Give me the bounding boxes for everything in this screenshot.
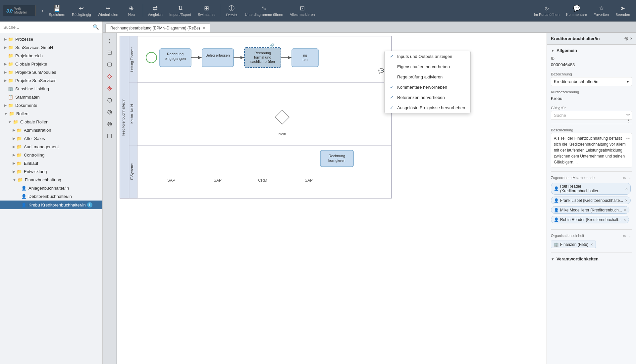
svg-text:Leitung Finanzen: Leitung Finanzen: [130, 47, 134, 72]
rect-tool[interactable]: [104, 131, 115, 141]
svg-rect-38: [292, 49, 318, 67]
circle-inner-tool[interactable]: [104, 107, 115, 117]
select-all-button[interactable]: ⊡ Alles markieren: [287, 3, 318, 18]
context-menu-item-referenzen[interactable]: ✓ Referenzen hervorheben: [385, 92, 470, 103]
import-export-icon: ⇅: [178, 5, 183, 12]
gueltig-search[interactable]: Suche: [551, 111, 632, 120]
sidebar-item-auditmanagement[interactable]: ▶ 📁 Auditmanagement: [0, 143, 102, 151]
redo-button[interactable]: ↪ Wiederholen: [94, 3, 122, 18]
details-button[interactable]: ⓘ Details: [222, 3, 241, 18]
svg-text:korrigieren: korrigieren: [328, 159, 345, 162]
end-button[interactable]: ➤ Beenden: [612, 3, 633, 18]
id-value: 0000046483: [551, 61, 632, 68]
undo-button[interactable]: ↩ Rückgängig: [69, 3, 94, 18]
message-tool[interactable]: [104, 119, 115, 129]
sidebar-item-rollen[interactable]: ▼ 📁 Rollen: [0, 110, 102, 118]
sidebar-item-globale-rollen[interactable]: ▼ 📁 Globale Rollen: [0, 118, 102, 126]
favorites-icon: ☆: [599, 5, 604, 12]
sidebar-item-projekte-sunmodules[interactable]: ▶ 📁 Projekte SunModules: [0, 68, 102, 76]
sidebar-item-controlling[interactable]: ▶ 📁 Controlling: [0, 151, 102, 159]
main-container: 🔍 ▶ 📁 Prozesse ▶ 📁 SunServices GmbH ▶ 📁 …: [0, 22, 636, 364]
sidebar-item-projektbereich[interactable]: ▶ 📁 Projektbereich: [0, 52, 102, 60]
sidebar-item-finanzbuchhaltung[interactable]: ▼ 📁 Finanzbuchhaltung: [0, 176, 102, 184]
org-tag-close[interactable]: ×: [590, 242, 593, 247]
sidebar-item-sunshine-holding[interactable]: ▶ 🏢 Sunshine Holding: [0, 85, 102, 93]
sidebar-item-sunservices[interactable]: ▶ 📁 SunServices GmbH: [0, 43, 102, 52]
open-subdiagram-button[interactable]: ⤡ Unterdiagramme öffnen: [241, 3, 286, 18]
gueltig-edit-icon[interactable]: ✏: [626, 112, 631, 117]
sidebar-item-after-sales[interactable]: ▶ 📁 After Sales: [0, 134, 102, 143]
sidebar-item-administration[interactable]: ▶ 📁 Administration: [0, 126, 102, 134]
details-icon: ⓘ: [229, 4, 235, 12]
context-menu-item-eigenschaften[interactable]: Eigenschaften hervorheben: [385, 62, 470, 72]
save-button[interactable]: 💾 Speichern: [45, 3, 69, 18]
sidebar-item-prozesse[interactable]: ▶ 📁 Prozesse: [0, 35, 102, 43]
open-portal-button[interactable]: ⎋ Im Portal öffnen: [531, 4, 563, 18]
sidebar-item-entwicklung[interactable]: ▶ 📁 Entwicklung: [0, 167, 102, 176]
sidebar-item-projekte-sunservices[interactable]: ▶ 📁 Projekte SunServices: [0, 76, 102, 85]
arrow-icon: ▶: [13, 169, 15, 174]
mitarbeiter-more-icon[interactable]: ⋮: [628, 176, 632, 181]
svg-text:Beleg erfassen: Beleg erfassen: [205, 53, 230, 57]
tab-close-icon[interactable]: ×: [203, 25, 205, 31]
svg-text:ng: ng: [303, 53, 307, 57]
section-verantwortlichkeiten[interactable]: ▼ Verantwortlichkeiten: [551, 256, 632, 261]
desc-edit-icon[interactable]: ✏: [626, 135, 630, 142]
search-icon[interactable]: 🔍: [93, 24, 99, 30]
svg-text:kreditorenbuchhalter/in: kreditorenbuchhalter/in: [121, 99, 125, 136]
svg-rect-20: [129, 82, 137, 145]
bezeichnung-value[interactable]: Kreditorenbuchhalter/in ▾: [551, 77, 632, 86]
svg-text:SAP: SAP: [167, 178, 175, 183]
sidebar-item-kreditorenbuchhalter[interactable]: ▶ 👤 Krebu Kreditorenbuchhalter/in i: [0, 201, 102, 209]
diamond-plus-tool[interactable]: [104, 83, 115, 94]
context-menu-item-ereignisse[interactable]: ✓ Ausgelöste Ereignisse hervorheben: [385, 103, 470, 113]
mitarbeiter-edit-icon[interactable]: ✏: [623, 176, 626, 181]
tag-close-icon[interactable]: ×: [625, 198, 628, 203]
gueltig-more-icon[interactable]: ⋮: [626, 118, 631, 123]
svg-point-9: [109, 111, 111, 113]
new-button[interactable]: ⊕ Neu: [122, 3, 141, 18]
canvas-tab-rechnungsbearbeitung[interactable]: Rechnungsbearbeitung (BPMN-Diagramm) (Re…: [105, 23, 210, 32]
search-input[interactable]: [3, 25, 93, 30]
tag-close-icon[interactable]: ×: [624, 207, 627, 212]
svg-point-24: [146, 52, 157, 63]
diagram-canvas[interactable]: kreditorenbuchhalter/in Leitung Finanzen…: [117, 33, 547, 364]
arrow-icon: ▶: [13, 128, 15, 132]
main-toolbar: ae Web Modeller ‹ 💾 Speichern ↩ Rückgäng…: [0, 0, 636, 22]
favorites-button[interactable]: ☆ Favoriten: [590, 3, 612, 18]
sidebar-item-einkauf[interactable]: ▶ 📁 Einkauf: [0, 159, 102, 167]
logo-sub1: Web: [14, 7, 27, 11]
folder-icon: 📁: [8, 62, 13, 67]
arrow-icon: ▶: [4, 37, 7, 41]
sidebar-item-stammdaten[interactable]: ▶ 📋 Stammdaten: [0, 93, 102, 101]
sidebar-item-anlagenbuchhalter[interactable]: ▶ 👤 Anlagenbuchhalter/in: [0, 184, 102, 192]
org-more-icon[interactable]: ⋮: [628, 234, 632, 239]
svg-rect-22: [129, 145, 137, 198]
svg-text:CRM: CRM: [258, 178, 267, 183]
rp-expand-button[interactable]: ›: [630, 35, 632, 42]
diamond-tool[interactable]: [104, 71, 115, 82]
expand-btn[interactable]: ⟩: [104, 35, 115, 46]
swimlanes-button[interactable]: ⊞ Swimlanes: [194, 3, 219, 18]
select-tool[interactable]: [104, 47, 115, 58]
tag-close-icon[interactable]: ×: [625, 186, 628, 191]
sidebar-item-debitorenbuchhalter[interactable]: ▶ 👤 Debitorenbuchhalter/in: [0, 192, 102, 201]
task-tool[interactable]: [104, 59, 115, 70]
context-menu-item-inputs[interactable]: ✓ Inputs und Outputs anzeigen: [385, 51, 470, 62]
section-allgemein[interactable]: ▼ Allgemein: [551, 48, 632, 53]
undo-icon: ↩: [79, 5, 84, 12]
comments-button[interactable]: 💬 Kommentare: [563, 3, 590, 18]
import-export-button[interactable]: ⇅ Import/Export: [166, 3, 194, 18]
nav-back-button[interactable]: ‹: [40, 8, 45, 14]
context-menu-item-regelpruefung[interactable]: Regelprüfung aktivieren: [385, 72, 470, 82]
arrow-icon: ▶: [13, 136, 15, 141]
sidebar-item-globale-projekte[interactable]: ▶ 📁 Globale Projekte: [0, 60, 102, 68]
circle-tool[interactable]: [104, 95, 115, 106]
rp-add-button[interactable]: ⊕: [624, 35, 628, 42]
sidebar-item-dokumente[interactable]: ▶ 📁 Dokumente: [0, 101, 102, 110]
arrow-icon: ▶: [4, 78, 7, 83]
tag-close-icon[interactable]: ×: [623, 217, 626, 222]
org-edit-icon[interactable]: ✏: [623, 234, 626, 239]
context-menu-item-kommentare[interactable]: ✓ Kommentare hervorheben: [385, 82, 470, 92]
compare-button[interactable]: ⇄ Vergleich: [144, 3, 166, 18]
